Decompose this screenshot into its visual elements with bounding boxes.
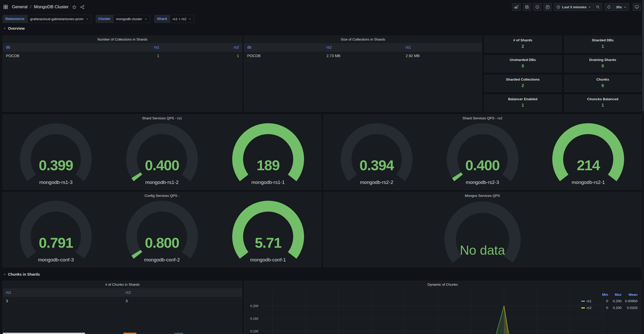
time-range-picker[interactable]: Last 5 minutes xyxy=(554,3,594,11)
gauge-value: 0.400 xyxy=(430,158,536,173)
chevron-down-icon xyxy=(86,18,89,20)
table-cell: 2.73 MB xyxy=(323,52,403,60)
no-data-text: No data xyxy=(418,243,547,258)
legend-series-rs2[interactable]: rs2 xyxy=(581,306,595,310)
stat-value: 1 xyxy=(564,103,641,108)
filter-value-text: mongodb-cluster xyxy=(116,17,142,21)
column-header-rs1[interactable]: rs1 xyxy=(83,43,162,52)
stat-title: Draining Shards xyxy=(564,58,641,62)
column-header-rs1[interactable]: rs1 xyxy=(402,43,482,52)
table-row: 33 xyxy=(3,297,242,306)
stats-grid: # of Shards2Sharded DBs1Unsharded DBs0Dr… xyxy=(484,36,641,112)
legend-header-mean[interactable]: Mean xyxy=(622,293,638,297)
gauge-label: mongodb-conf-2 xyxy=(109,257,215,263)
refresh-button[interactable] xyxy=(605,3,613,11)
filter-chip-datasource: Datasourcegrafanacloud-gabrielantunes-pr… xyxy=(3,15,91,23)
filter-value-text: rs1 + rs2 xyxy=(173,17,186,21)
zoom-out-time-button[interactable] xyxy=(593,3,602,11)
section-header-overview[interactable]: Overview xyxy=(3,26,25,30)
legend-header-max[interactable]: Max xyxy=(608,293,622,297)
panel-title[interactable]: Dynamic of Chunks xyxy=(244,281,641,288)
section-label: Chunks in Shards xyxy=(8,272,40,276)
legend-header-row: MinMaxMean xyxy=(581,291,638,298)
stat-title: Balancer Enabled xyxy=(484,97,561,101)
star-icon[interactable] xyxy=(72,5,76,9)
gauge-body: 0.791mongodb-conf-30.800mongodb-conf-25.… xyxy=(3,199,321,267)
filter-value-cluster[interactable]: mongodb-cluster xyxy=(113,15,150,23)
panel-title[interactable]: Size of Collections in Shards xyxy=(244,36,482,43)
legend-stat: 0.200 xyxy=(608,299,622,303)
stat-title: Sharded Collections xyxy=(484,77,561,81)
panel-title[interactable]: Number of Collections in Shards xyxy=(3,36,242,43)
column-header-db[interactable]: db xyxy=(244,43,323,52)
legend-swatch xyxy=(581,307,585,308)
filter-label-cluster: Cluster xyxy=(96,15,113,23)
page-scrollbar-thumb[interactable] xyxy=(642,0,644,111)
panel-title[interactable]: Config Services QPS - xyxy=(3,192,321,199)
stat-panel-chuncks-balanced: Chuncks Balanced1 xyxy=(564,95,642,112)
stat-value: 2 xyxy=(484,83,561,88)
page-title[interactable]: MongoDB Cluster xyxy=(34,4,68,10)
panel-dynamic-of-chunks: Dynamic of Chunks 0.2000.1500.100 MinMax… xyxy=(244,281,641,334)
breadcrumb-section[interactable]: General xyxy=(12,4,27,10)
gauge-value: 0.800 xyxy=(109,236,215,250)
section-header-chunks[interactable]: Chunks in Shards xyxy=(3,272,40,276)
chevron-down-icon xyxy=(3,27,6,30)
stat-title: Unsharded DBs xyxy=(484,58,561,62)
strip-segment xyxy=(123,333,136,334)
stat-value: 0 xyxy=(564,64,641,68)
dashboard-settings-button[interactable] xyxy=(544,3,552,11)
panel-title[interactable]: # of Chunks in Shards xyxy=(3,281,242,288)
chevron-down-icon xyxy=(189,18,191,20)
save-dashboard-button[interactable] xyxy=(523,3,531,11)
filter-value-shard[interactable]: rs1 + rs2 xyxy=(170,15,194,23)
chevron-down-icon xyxy=(3,273,6,276)
stat-title: # of Shards xyxy=(484,38,561,42)
column-header-db[interactable]: db xyxy=(3,43,83,52)
filter-chip-shard: Shardrs1 + rs2 xyxy=(154,15,194,23)
legend-row-rs1: rs100.2000.00950 xyxy=(581,298,638,305)
legend-header-min[interactable]: Min xyxy=(595,293,608,297)
panel-title[interactable]: Shard Services QPS - rs1 xyxy=(3,115,321,122)
gauge-arc xyxy=(227,200,309,262)
gauge-mongodb-rs1-1: 189mongodb-rs1-1 xyxy=(215,122,321,190)
table-cell: POCDB xyxy=(244,52,323,60)
gauge-label: mongodb-rs2-2 xyxy=(324,180,430,185)
gauge-value: 0.791 xyxy=(3,236,109,250)
strip-segment xyxy=(3,333,85,334)
panel-shard-qps-rs1: Shard Services QPS - rs1 0.399mongodb-rs… xyxy=(3,114,321,190)
svg-text:0.150: 0.150 xyxy=(250,317,258,321)
filter-value-datasource[interactable]: grafanacloud-gabrielantunes-prom xyxy=(27,15,91,23)
filter-bar: Datasourcegrafanacloud-gabrielantunes-pr… xyxy=(3,15,198,23)
table-row: POCDB11 xyxy=(3,52,242,60)
add-panel-button[interactable] xyxy=(512,3,521,11)
chevron-down-icon xyxy=(588,6,591,9)
legend-series-rs1[interactable]: rs1 xyxy=(581,299,595,303)
refresh-interval-label: 30s xyxy=(616,5,622,9)
share-icon[interactable] xyxy=(80,5,84,9)
column-header-rs2[interactable]: rs2 xyxy=(323,43,403,52)
clock-icon xyxy=(556,5,560,9)
kiosk-mode-button[interactable] xyxy=(633,3,641,11)
gauge-arc xyxy=(547,122,630,184)
chart-legend: MinMaxMeanrs100.2000.00950rs200.2000.033… xyxy=(581,291,638,311)
svg-text:0.200: 0.200 xyxy=(250,304,258,308)
panel-title[interactable]: Mongos Services QPS xyxy=(324,192,641,199)
legend-swatch xyxy=(581,301,585,302)
table-header-row: rs1rs2 xyxy=(3,288,242,297)
stat-value: 6 xyxy=(564,83,641,88)
gauge-mongodb-rs2-3: 0.400mongodb-rs2-3 xyxy=(430,122,536,190)
panel-title[interactable]: Shard Services QPS - rs2 xyxy=(324,115,641,122)
column-header-rs1[interactable]: rs1 xyxy=(3,288,122,297)
filter-label-shard: Shard xyxy=(154,15,170,23)
stat-value: 0 xyxy=(484,64,561,68)
gauge-label: mongodb-rs2-1 xyxy=(535,180,641,185)
stat-panel--of-shards: # of Shards2 xyxy=(484,36,562,53)
column-header-rs2[interactable]: rs2 xyxy=(162,43,242,52)
refresh-interval-select[interactable]: 30s xyxy=(613,3,629,11)
top-nav-bar: General / MongoDB Cluster xyxy=(0,0,644,14)
dashboards-grid-icon[interactable] xyxy=(3,4,8,10)
dashboard-insights-button[interactable] xyxy=(533,3,541,11)
column-header-rs2[interactable]: rs2 xyxy=(122,288,242,297)
legend-series-label: rs2 xyxy=(587,306,592,310)
